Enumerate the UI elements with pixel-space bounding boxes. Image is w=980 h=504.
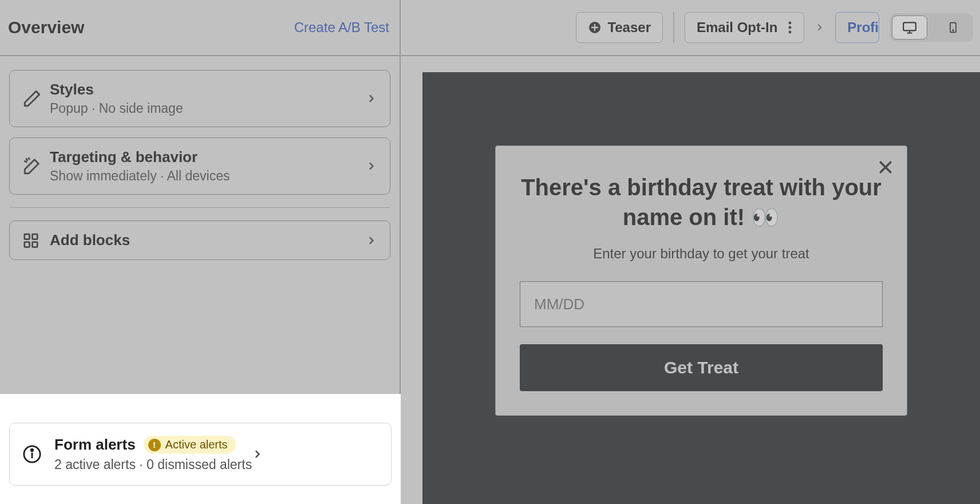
svg-point-5 (789, 22, 792, 25)
get-treat-button[interactable]: Get Treat (520, 344, 883, 391)
teaser-label: Teaser (607, 19, 651, 36)
email-optin-button[interactable]: Email Opt-In (685, 12, 804, 43)
form-alerts-sub: 2 active alerts · 0 dismissed alerts (54, 457, 252, 472)
plus-circle-icon (588, 21, 602, 34)
form-alerts-zone: Form alerts ! Active alerts 2 active ale… (0, 394, 401, 504)
active-alerts-label: Active alerts (165, 438, 228, 451)
chevron-right-icon (366, 90, 377, 107)
preview-panel: Teaser Email Opt-In Profi (401, 0, 980, 504)
alert-dot-icon: ! (148, 439, 161, 451)
svg-rect-2 (25, 242, 30, 247)
styles-title: Styles (50, 81, 377, 99)
mobile-icon (947, 19, 959, 36)
styles-card[interactable]: Styles Popup · No side image (9, 70, 390, 127)
targeting-title: Targeting & behavior (50, 148, 377, 166)
popup-subtext: Enter your birthday to get your treat (520, 246, 883, 262)
svg-rect-0 (25, 234, 30, 239)
blocks-icon (22, 232, 50, 249)
preview-topbar: Teaser Email Opt-In Profi (401, 0, 980, 56)
birthday-input[interactable] (520, 281, 883, 327)
svg-rect-1 (33, 234, 38, 239)
popup-headline: There's a birthday treat with your name … (520, 172, 883, 232)
email-optin-label: Email Opt-In (697, 19, 777, 36)
svg-point-10 (953, 30, 954, 31)
targeting-sub: Show immediately · All devices (50, 168, 377, 184)
form-alerts-title: Form alerts (54, 436, 136, 454)
profile-button[interactable]: Profi (835, 12, 879, 43)
chevron-right-icon[interactable] (815, 20, 825, 35)
teaser-button[interactable]: Teaser (576, 12, 663, 43)
kebab-icon[interactable] (788, 21, 792, 34)
svg-point-7 (789, 31, 792, 34)
add-blocks-title: Add blocks (50, 231, 377, 249)
mobile-toggle[interactable] (935, 15, 971, 40)
svg-point-6 (789, 26, 792, 29)
add-blocks-card[interactable]: Add blocks (9, 220, 390, 260)
targeting-card[interactable]: Targeting & behavior Show immediately · … (9, 137, 390, 195)
profile-label: Profi (847, 19, 879, 36)
popup-preview: There's a birthday treat with your name … (495, 145, 907, 416)
svg-rect-3 (33, 242, 38, 247)
separator (673, 12, 674, 43)
svg-rect-8 (903, 22, 916, 30)
overview-header: Overview Create A/B Test (0, 0, 400, 56)
svg-point-13 (31, 449, 33, 451)
preview-canvas: There's a birthday treat with your name … (422, 72, 980, 504)
chevron-right-icon (366, 233, 377, 249)
desktop-toggle[interactable] (892, 15, 927, 40)
create-ab-test-link[interactable]: Create A/B Test (294, 19, 389, 36)
divider (9, 207, 390, 208)
wand-icon (22, 156, 50, 176)
form-alerts-card[interactable]: Form alerts ! Active alerts 2 active ale… (9, 423, 392, 486)
device-toggle (890, 13, 973, 42)
close-icon[interactable] (877, 159, 894, 176)
info-icon (22, 444, 54, 464)
chevron-right-icon (366, 158, 377, 174)
chevron-right-icon (252, 446, 263, 462)
desktop-icon (901, 20, 918, 35)
active-alerts-badge: ! Active alerts (144, 436, 236, 454)
pencil-icon (22, 89, 50, 108)
styles-sub: Popup · No side image (50, 101, 377, 116)
page-title: Overview (8, 18, 84, 37)
